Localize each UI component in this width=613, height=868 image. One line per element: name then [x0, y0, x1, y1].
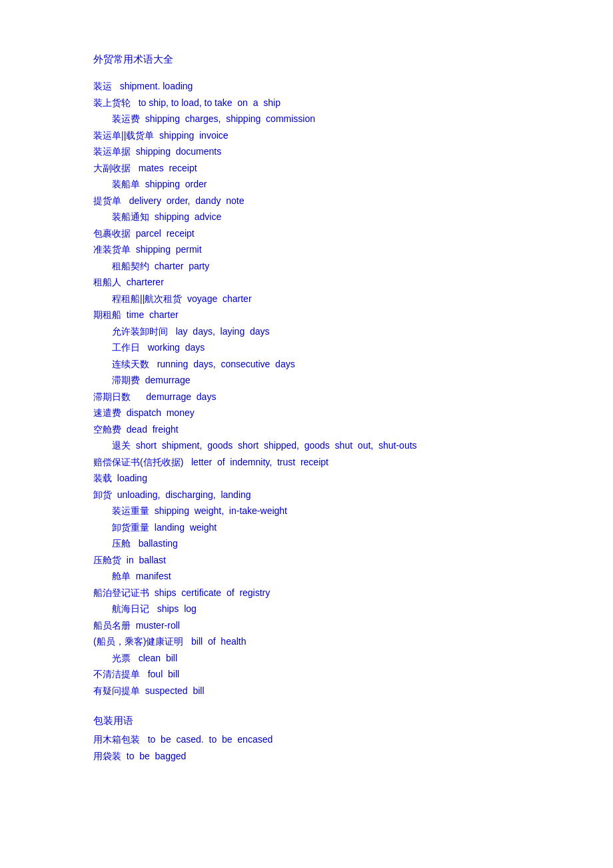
line-item: 空舱费 dead freight	[93, 421, 520, 438]
line-item: 舱单 manifest	[93, 568, 520, 585]
section2: 包装用语 用木箱包装 to be cased. to be encased用袋装…	[93, 715, 520, 764]
line-item: 船员名册 muster-roll	[93, 617, 520, 634]
line-item: 工作日 working days	[93, 339, 520, 356]
line-item: 船泊登记证书 ships certificate of registry	[93, 585, 520, 601]
line-item: 退关 short shipment, goods short shipped, …	[93, 437, 520, 454]
line-item: 程租船||航次租货 voyage charter	[93, 291, 520, 307]
page-title: 外贸常用术语大全	[93, 53, 520, 66]
line-item: 装载 loading	[93, 470, 520, 487]
section2-line-item: 用袋装 to be bagged	[93, 748, 520, 765]
line-item: 卸货 unloading, discharging, landing	[93, 487, 520, 503]
line-item: 卸货重量 landing weight	[93, 519, 520, 536]
line-item: 租船人 charterer	[93, 274, 520, 291]
line-item: 压舱货 in ballast	[93, 552, 520, 569]
line-item: 赔偿保证书(信托收据) letter of indemnity, trust r…	[93, 454, 520, 471]
line-item: (船员，乘客)健康证明 bill of health	[93, 633, 520, 650]
line-item: 大副收据 mates receipt	[93, 160, 520, 177]
section2-title: 包装用语	[93, 715, 520, 727]
line-item: 装运重量 shipping weight, in-take-weight	[93, 503, 520, 519]
line-item: 滞期日数 demurrage days	[93, 389, 520, 405]
line-item: 压舱 ballasting	[93, 535, 520, 552]
line-item: 不清洁提单 foul bill	[93, 666, 520, 683]
line-item: 连续天数 running days, consecutive days	[93, 356, 520, 373]
line-item: 装上货轮 to ship, to load, to take on a ship	[93, 95, 520, 111]
line-item: 装运单据 shipping documents	[93, 143, 520, 160]
line-item: 航海日记 ships log	[93, 601, 520, 617]
content-lines: 装运 shipment. loading装上货轮 to ship, to loa…	[93, 78, 520, 699]
line-item: 包裹收据 parcel receipt	[93, 225, 520, 242]
line-item: 期租船 time charter	[93, 307, 520, 323]
section2-lines: 用木箱包装 to be cased. to be encased用袋装 to b…	[93, 731, 520, 764]
line-item: 装运费 shipping charges, shipping commissio…	[93, 111, 520, 127]
line-item: 装运单||载货单 shipping invoice	[93, 127, 520, 144]
line-item: 装运 shipment. loading	[93, 78, 520, 95]
line-item: 有疑问提单 suspected bill	[93, 683, 520, 699]
line-item: 租船契约 charter party	[93, 258, 520, 275]
section2-line-item: 用木箱包装 to be cased. to be encased	[93, 731, 520, 748]
line-item: 准装货单 shipping permit	[93, 241, 520, 258]
line-item: 提货单 delivery order, dandy note	[93, 193, 520, 209]
line-item: 光票 clean bill	[93, 650, 520, 667]
line-item: 装船通知 shipping advice	[93, 209, 520, 225]
line-item: 滞期费 demurrage	[93, 372, 520, 389]
line-item: 允许装卸时间 lay days, laying days	[93, 323, 520, 340]
line-item: 装船单 shipping order	[93, 176, 520, 193]
line-item: 速遣费 dispatch money	[93, 405, 520, 421]
